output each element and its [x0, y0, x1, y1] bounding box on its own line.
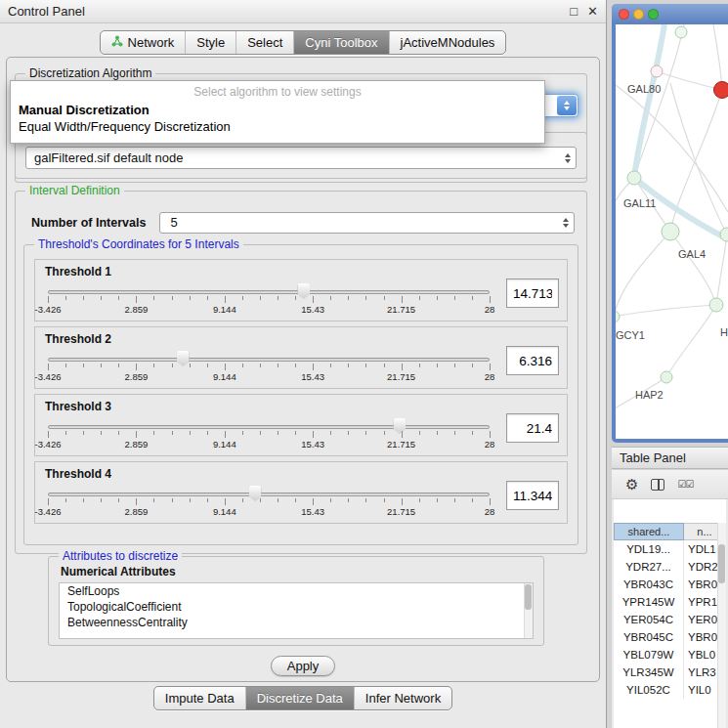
- cell-shared-name[interactable]: YIL052C: [614, 681, 684, 699]
- tab-style[interactable]: Style: [185, 31, 236, 54]
- table-row[interactable]: YPR145WYPR1: [614, 593, 726, 611]
- tick: [101, 364, 102, 367]
- cell-shared-name[interactable]: YPR145W: [614, 593, 684, 611]
- table-row[interactable]: YBR045CYBR0: [614, 628, 726, 646]
- tab-impute-data[interactable]: Impute Data: [154, 687, 245, 709]
- number-of-intervals-spinner[interactable]: 5: [159, 212, 575, 234]
- threshold-value-input[interactable]: [506, 346, 559, 375]
- table-row[interactable]: YDL19...YDL1: [614, 540, 726, 558]
- checkbox-grid-icon[interactable]: ☑☑: [677, 479, 693, 490]
- close-button[interactable]: [619, 9, 629, 20]
- tick: [330, 364, 331, 367]
- tick: [348, 296, 349, 300]
- attribute-list-item[interactable]: SelfLoops: [60, 583, 533, 599]
- tab-cyni-toolbox[interactable]: Cyni Toolbox: [293, 31, 388, 54]
- column-header-shared-name[interactable]: shared...: [614, 523, 684, 540]
- columns-icon[interactable]: [651, 479, 664, 491]
- node[interactable]: [616, 311, 620, 322]
- combobox-arrows-icon[interactable]: [557, 96, 577, 115]
- table-row[interactable]: YBR043CYBR0: [614, 576, 726, 593]
- tick: [207, 296, 208, 300]
- tick: [225, 431, 226, 438]
- table-scrollbar[interactable]: [717, 523, 726, 728]
- node-selected[interactable]: [714, 82, 728, 99]
- spinner-stepper-icon[interactable]: [563, 218, 569, 228]
- table-toolbar: ⚙ ☑☑: [612, 470, 728, 499]
- cell-shared-name[interactable]: YDR27...: [614, 558, 684, 576]
- tick: [83, 364, 84, 367]
- zoom-button[interactable]: [648, 9, 659, 20]
- node[interactable]: [675, 26, 687, 38]
- scrollbar-thumb[interactable]: [525, 584, 532, 610]
- cell-shared-name[interactable]: YBR045C: [614, 628, 684, 646]
- cell-shared-name[interactable]: YER054C: [614, 611, 684, 628]
- tab-jactivemnodules[interactable]: jActiveMNodules: [389, 31, 506, 54]
- tick: [365, 431, 366, 435]
- threshold-value-input[interactable]: [506, 278, 559, 308]
- minimize-button[interactable]: [633, 9, 644, 20]
- table-row[interactable]: YIL052CYIL0: [614, 681, 726, 699]
- table-row[interactable]: YBL079WYBL0: [614, 646, 726, 664]
- combobox-stepper-icon[interactable]: [565, 153, 571, 163]
- scale-label: 15.43: [301, 439, 324, 450]
- table-row[interactable]: YER054CYER0: [614, 611, 726, 628]
- cell-shared-name[interactable]: YBR043C: [614, 576, 684, 593]
- threshold-slider[interactable]: -3.4262.8599.14415.4321.71528: [43, 346, 494, 382]
- algorithm-popup-hint: Select algorithm to view settings: [11, 81, 544, 102]
- tick: [153, 431, 154, 435]
- slider-track[interactable]: [48, 425, 490, 429]
- threshold-value-input[interactable]: [506, 481, 559, 510]
- node[interactable]: [709, 298, 723, 312]
- node[interactable]: [627, 171, 641, 185]
- attribute-list-item[interactable]: TopologicalCoefficient: [60, 599, 533, 615]
- tick: [437, 296, 438, 300]
- tick: [490, 498, 491, 505]
- numerical-attributes-list[interactable]: SelfLoopsTopologicalCoefficientBetweenne…: [59, 582, 534, 639]
- threshold-value-input[interactable]: [506, 413, 559, 443]
- table-rows: YDL19...YDL1YDR27...YDR2YBR043CYBR0YPR14…: [614, 540, 726, 699]
- node[interactable]: [662, 223, 679, 240]
- slider-track[interactable]: [48, 290, 490, 294]
- tick: [472, 364, 473, 367]
- tick: [313, 296, 314, 303]
- gear-icon[interactable]: ⚙: [625, 477, 638, 492]
- tab-discretize-data[interactable]: Discretize Data: [245, 687, 354, 709]
- algorithm-option-manual-discretization[interactable]: Manual Discretization: [11, 102, 544, 118]
- tick: [83, 498, 84, 502]
- close-icon[interactable]: ✕: [587, 4, 598, 19]
- bottom-tabs-segmented-control: Impute DataDiscretize DataInfer Network: [153, 686, 452, 710]
- threshold-slider[interactable]: -3.4262.8599.14415.4321.71528: [43, 413, 494, 450]
- attribute-list-item[interactable]: BetweennessCentrality: [60, 615, 533, 630]
- threshold-slider[interactable]: -3.4262.8599.14415.4321.71528: [43, 278, 494, 315]
- slider-ticks: [48, 431, 490, 438]
- table-row[interactable]: YLR345WYLR3: [614, 664, 726, 681]
- tab-infer-network[interactable]: Infer Network: [354, 687, 451, 709]
- threshold-slider[interactable]: -3.4262.8599.14415.4321.71528: [43, 481, 494, 517]
- tick: [207, 431, 208, 435]
- tick: [348, 364, 349, 367]
- tick: [136, 431, 137, 438]
- node[interactable]: [720, 228, 728, 241]
- node[interactable]: [661, 371, 672, 383]
- control-panel-window: Control Panel □ ✕ NetworkStyleSelectCyni…: [0, 0, 607, 728]
- threshold-label: Threshold 3: [45, 400, 559, 413]
- table-row[interactable]: YDR27...YDR2: [614, 558, 726, 576]
- list-scrollbar[interactable]: [524, 583, 533, 638]
- threshold-label: Threshold 4: [45, 467, 559, 481]
- algorithm-option-equal-width-frequency-discretization[interactable]: Equal Width/Frequency Discretization: [11, 118, 544, 135]
- slider-track[interactable]: [48, 358, 490, 362]
- threshold-body: -3.4262.8599.14415.4321.71528: [43, 413, 559, 450]
- table-data-combobox[interactable]: galFiltered.sif default node: [25, 147, 577, 169]
- cell-shared-name[interactable]: YBL079W: [614, 646, 684, 664]
- tab-network[interactable]: Network: [101, 31, 186, 54]
- network-canvas[interactable]: GAL80GAL11GAL4GCY1HAP2H: [616, 24, 728, 439]
- cell-shared-name[interactable]: YDL19...: [614, 540, 684, 558]
- slider-track[interactable]: [48, 492, 490, 496]
- float-panel-icon[interactable]: □: [570, 4, 578, 19]
- tab-select[interactable]: Select: [236, 31, 293, 54]
- scrollbar-thumb[interactable]: [718, 544, 725, 583]
- cell-shared-name[interactable]: YLR345W: [614, 664, 684, 681]
- node[interactable]: [651, 65, 663, 77]
- interval-definition-legend: Interval Definition: [25, 184, 124, 197]
- apply-button[interactable]: Apply: [271, 656, 335, 676]
